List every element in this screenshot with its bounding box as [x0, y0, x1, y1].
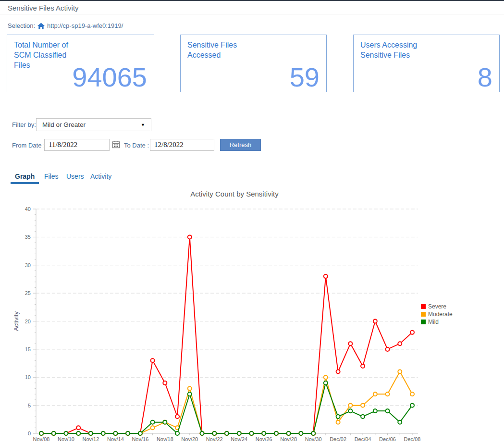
legend-label: Moderate: [428, 311, 453, 318]
stat-label: Users Accessing Sensitive Files: [360, 40, 417, 60]
legend-swatch-moderate: [421, 312, 426, 317]
svg-text:Nov/24: Nov/24: [231, 436, 247, 442]
svg-text:Nov/26: Nov/26: [256, 436, 272, 442]
svg-text:Nov/20: Nov/20: [181, 436, 198, 442]
stat-value: 94065: [72, 64, 147, 91]
svg-text:25: 25: [25, 290, 31, 296]
legend-item-severe[interactable]: Severe: [421, 303, 453, 310]
filter-dropdown[interactable]: Mild or Greater ▼: [36, 118, 151, 131]
legend-swatch-severe: [421, 304, 426, 309]
from-date-input[interactable]: [44, 139, 110, 151]
svg-text:30: 30: [25, 262, 31, 268]
svg-text:10: 10: [25, 374, 31, 380]
svg-text:Dec/02: Dec/02: [330, 436, 346, 442]
home-icon[interactable]: [37, 23, 45, 29]
filter-by-label: Filter by:: [12, 121, 36, 128]
svg-text:Nov/28: Nov/28: [280, 436, 297, 442]
active-tab-underline: [11, 182, 39, 184]
svg-text:Activity Count by Sensitivity: Activity Count by Sensitivity: [190, 190, 279, 198]
svg-text:Dec/04: Dec/04: [355, 436, 371, 442]
legend-item-mild[interactable]: Mild: [421, 318, 453, 326]
page-header: Sensitive Files Activity: [0, 1, 504, 14]
selection-url[interactable]: http://cp-sp19-a-wfe0:1919/: [47, 22, 123, 29]
selection-label: Selection:: [8, 22, 35, 29]
stat-value: 59: [290, 64, 320, 91]
stat-label: Sensitive Files Accessed: [187, 40, 237, 60]
svg-text:20: 20: [25, 319, 31, 324]
tab-users[interactable]: Users: [66, 172, 84, 180]
legend-item-moderate[interactable]: Moderate: [421, 310, 453, 318]
to-date-label: To Date :: [124, 142, 149, 149]
tab-graph[interactable]: Graph: [15, 172, 35, 180]
svg-text:Nov/16: Nov/16: [132, 436, 148, 442]
svg-text:15: 15: [25, 346, 31, 352]
svg-text:Nov/12: Nov/12: [83, 436, 99, 442]
svg-text:Nov/30: Nov/30: [305, 436, 322, 442]
legend-label: Severe: [428, 303, 446, 310]
stat-card-users-accessing: Users Accessing Sensitive Files 8: [353, 35, 500, 92]
legend-label: Mild: [428, 319, 439, 325]
filter-dropdown-value: Mild or Greater: [42, 121, 86, 128]
svg-text:Dec/06: Dec/06: [379, 436, 396, 442]
svg-text:Activity: Activity: [12, 311, 20, 331]
stat-card-files-accessed: Sensitive Files Accessed 59: [180, 35, 327, 92]
tab-files[interactable]: Files: [44, 172, 59, 180]
svg-text:Nov/10: Nov/10: [58, 436, 74, 442]
calendar-icon[interactable]: [112, 140, 120, 148]
page-title: Sensitive Files Activity: [8, 4, 79, 12]
stat-label: Total Number of SCM Classified Files: [14, 40, 68, 70]
breadcrumb: Selection: http://cp-sp19-a-wfe0:1919/: [8, 22, 123, 29]
stat-value: 8: [478, 64, 492, 91]
from-date-label: From Date :: [12, 142, 45, 149]
svg-text:Nov/14: Nov/14: [107, 436, 124, 442]
svg-text:Nov/08: Nov/08: [33, 436, 50, 442]
stat-card-total-classified: Total Number of SCM Classified Files 940…: [7, 35, 154, 92]
to-date-input[interactable]: [150, 139, 214, 151]
chart-legend: SevereModerateMild: [421, 303, 453, 326]
svg-text:40: 40: [25, 206, 31, 212]
svg-text:0: 0: [28, 431, 31, 436]
svg-text:35: 35: [25, 234, 31, 240]
chevron-down-icon: ▼: [141, 123, 145, 127]
tab-activity[interactable]: Activity: [90, 172, 111, 180]
svg-text:Nov/18: Nov/18: [157, 436, 173, 442]
svg-text:Nov/22: Nov/22: [206, 436, 223, 442]
refresh-button[interactable]: Refresh: [220, 139, 261, 151]
svg-text:5: 5: [28, 403, 31, 408]
svg-text:Dec/08: Dec/08: [404, 436, 421, 442]
legend-swatch-mild: [421, 320, 426, 324]
